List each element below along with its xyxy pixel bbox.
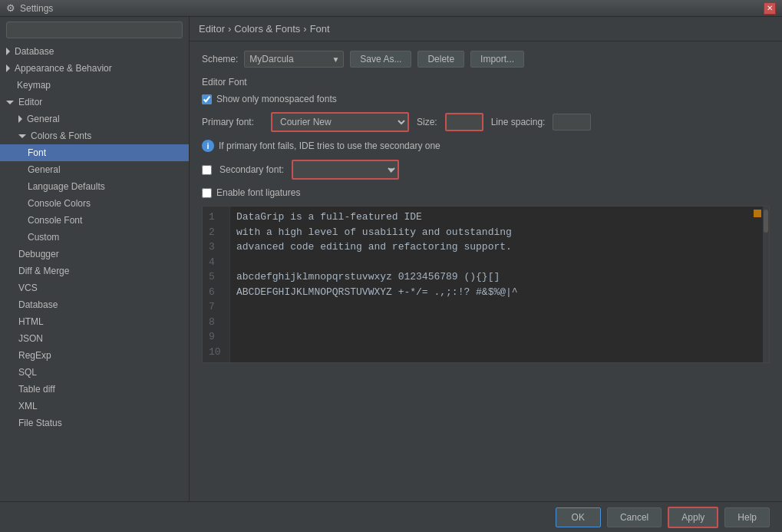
secondary-font-wrapper: ▼	[292, 160, 399, 180]
breadcrumb-part-font: Font	[310, 23, 330, 35]
triangle-icon	[6, 101, 14, 104]
sidebar-item-custom[interactable]: Custom	[0, 229, 189, 246]
sidebar-item-console-colors[interactable]: Console Colors	[0, 195, 189, 212]
sidebar-label: XML	[18, 401, 38, 411]
bottom-bar: OK Cancel Apply Help	[0, 501, 782, 532]
sidebar-label: VCS	[18, 283, 38, 293]
content-body: Scheme: MyDarcula Default Darcula ▼ Save…	[190, 41, 782, 501]
preview-area: 1 2 3 4 5 6 7 8 9 10 DataGrip is a full-…	[202, 206, 770, 363]
sidebar-label: Font	[28, 147, 46, 158]
sidebar-label: General	[27, 114, 60, 124]
primary-font-select[interactable]: Courier New Monospace Consolas	[271, 112, 409, 132]
triangle-icon	[6, 48, 10, 55]
line-number: 7	[209, 299, 226, 315]
line-number: 1	[209, 210, 226, 225]
sidebar-item-general[interactable]: General	[0, 111, 189, 127]
breadcrumb-sep: ›	[303, 23, 306, 35]
sidebar-item-debugger[interactable]: Debugger	[0, 246, 189, 263]
title-bar: ⚙ Settings ✕	[0, 0, 782, 17]
sidebar-item-console-font[interactable]: Console Font	[0, 212, 189, 229]
sidebar-label: Colors & Fonts	[31, 131, 91, 141]
ligatures-checkbox[interactable]	[202, 188, 212, 198]
info-icon: i	[202, 140, 214, 152]
line-spacing-input[interactable]: 1.0	[553, 114, 591, 131]
ligatures-checkbox-row: Enable font ligatures	[202, 187, 770, 198]
sidebar-label: Keymap	[17, 80, 51, 91]
title-bar-text: Settings	[20, 3, 53, 14]
triangle-icon	[6, 64, 10, 72]
info-row: i If primary font fails, IDE tries to us…	[202, 140, 770, 152]
breadcrumb-sep: ›	[228, 23, 231, 35]
sidebar-item-database2[interactable]: Database	[0, 296, 189, 313]
triangle-icon	[18, 134, 26, 138]
close-button[interactable]: ✕	[764, 2, 776, 15]
secondary-font-select[interactable]	[292, 160, 399, 180]
ligatures-label[interactable]: Enable font ligatures	[216, 187, 300, 198]
sidebar-item-keymap[interactable]: Keymap	[0, 77, 189, 94]
secondary-font-row: Secondary font: ▼	[202, 160, 770, 180]
line-spacing-label: Line spacing:	[491, 117, 546, 127]
monospaced-label[interactable]: Show only monospaced fonts	[216, 94, 337, 104]
sidebar-item-table-diff[interactable]: Table diff	[0, 381, 189, 398]
help-button[interactable]: Help	[724, 507, 770, 527]
sidebar-item-sql[interactable]: SQL	[0, 364, 189, 381]
preview-scrollbar[interactable]	[763, 207, 769, 362]
line-number: 2	[209, 225, 226, 240]
monospaced-checkbox[interactable]	[202, 94, 212, 104]
sidebar-item-font[interactable]: Font	[0, 144, 189, 161]
main-layout: Database Appearance & Behavior Keymap Ed…	[0, 17, 782, 501]
sidebar-label: Custom	[28, 232, 59, 243]
sidebar-item-general2[interactable]: General	[0, 161, 189, 178]
sidebar-label: Database	[15, 46, 54, 57]
scheme-select[interactable]: MyDarcula Default Darcula	[244, 51, 344, 68]
sidebar-label: Appearance & Behavior	[15, 63, 112, 74]
monospaced-checkbox-row: Show only monospaced fonts	[202, 94, 770, 104]
cancel-button[interactable]: Cancel	[607, 507, 662, 527]
content-area: Editor › Colors & Fonts › Font Scheme: M…	[190, 17, 782, 501]
breadcrumb-part-colors-fonts: Colors & Fonts	[234, 23, 300, 35]
primary-font-row: Primary font: Courier New Monospace Cons…	[202, 112, 770, 132]
info-text: If primary font fails, IDE tries to use …	[219, 140, 440, 151]
delete-button[interactable]: Delete	[417, 51, 464, 68]
app-icon: ⚙	[6, 2, 15, 14]
sidebar-item-language-defaults[interactable]: Language Defaults	[0, 178, 189, 195]
preview-gutter: 1 2 3 4 5 6 7 8 9 10	[203, 207, 230, 362]
line-number: 9	[209, 329, 226, 345]
line-number: 10	[209, 345, 226, 360]
sidebar-label: Console Font	[28, 215, 82, 226]
sidebar-label: Debugger	[18, 249, 59, 259]
sidebar-label: JSON	[18, 333, 43, 344]
sidebar-item-appearance-behavior[interactable]: Appearance & Behavior	[0, 60, 189, 77]
secondary-font-label[interactable]: Secondary font:	[219, 164, 284, 175]
sidebar-item-html[interactable]: HTML	[0, 313, 189, 330]
size-label: Size:	[417, 117, 437, 127]
sidebar-item-vcs[interactable]: VCS	[0, 279, 189, 296]
search-input[interactable]	[6, 21, 183, 38]
sidebar-item-regexp[interactable]: RegExp	[0, 347, 189, 364]
sidebar-item-database[interactable]: Database	[0, 43, 189, 60]
line-number: 3	[209, 240, 226, 255]
sidebar-label: Language Defaults	[28, 181, 105, 192]
line-number: 4	[209, 255, 226, 270]
ok-button[interactable]: OK	[556, 507, 601, 527]
sidebar-item-json[interactable]: JSON	[0, 330, 189, 347]
sidebar-item-xml[interactable]: XML	[0, 398, 189, 415]
sidebar-item-file-status[interactable]: File Status	[0, 415, 189, 431]
sidebar-item-colors-fonts[interactable]: Colors & Fonts	[0, 127, 189, 144]
size-input[interactable]: 14	[445, 113, 483, 131]
preview-code: DataGrip is a full-featured IDE with a h…	[230, 207, 763, 362]
apply-button[interactable]: Apply	[668, 507, 718, 528]
sidebar: Database Appearance & Behavior Keymap Ed…	[0, 17, 190, 501]
sidebar-label: Editor	[18, 97, 42, 107]
import-button[interactable]: Import...	[470, 51, 524, 68]
sidebar-item-editor[interactable]: Editor	[0, 94, 189, 111]
save-as-button[interactable]: Save As...	[350, 51, 411, 68]
sidebar-item-diff-merge[interactable]: Diff & Merge	[0, 263, 189, 279]
primary-font-label: Primary font:	[202, 117, 263, 127]
secondary-font-checkbox[interactable]	[202, 165, 212, 175]
breadcrumb: Editor › Colors & Fonts › Font	[190, 17, 782, 41]
scheme-label: Scheme:	[202, 54, 238, 64]
sidebar-label: RegExp	[18, 350, 51, 361]
sidebar-label: Database	[18, 299, 58, 310]
triangle-icon	[18, 115, 22, 123]
